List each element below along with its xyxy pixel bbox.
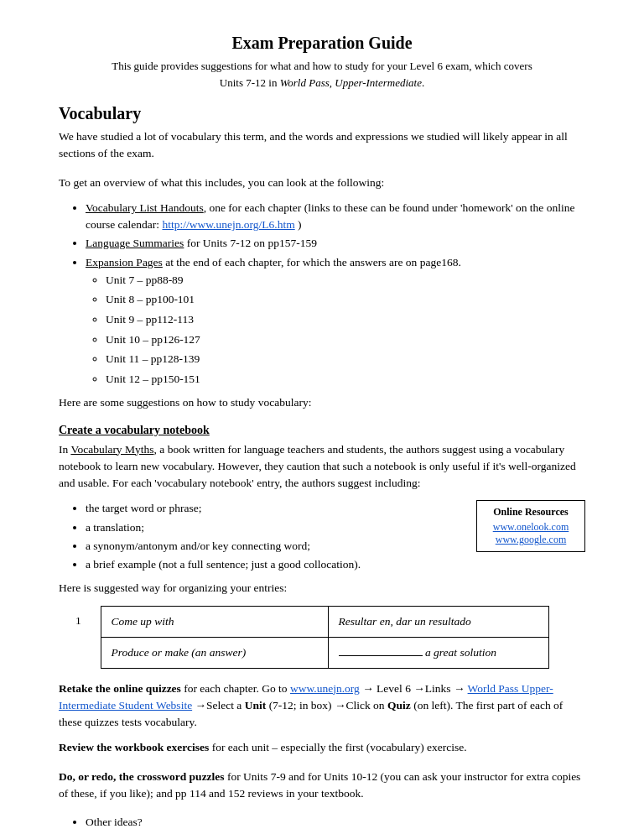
create-notebook-section: Create a vocabulary notebook In Vocabula… bbox=[59, 424, 585, 574]
table-cell-resultar: Resultar en, dar un resultado bbox=[328, 606, 549, 637]
sub-item-5: Unit 11 – pp128-139 bbox=[106, 350, 585, 368]
online-resources-box: Online Resources www.onelook.com www.goo… bbox=[476, 500, 585, 552]
retake-unit-bold: Unit bbox=[245, 699, 267, 712]
google-link[interactable]: www.google.com bbox=[486, 534, 576, 546]
vocab-section-with-box: the target word or phrase; a translation… bbox=[59, 500, 585, 573]
vocab-list-end: ) bbox=[295, 218, 302, 231]
table-cell-come-up-with: Come up with bbox=[101, 606, 328, 637]
sub-item-1: Unit 7 – pp88-89 bbox=[106, 271, 585, 289]
create-notebook-heading: Create a vocabulary notebook bbox=[59, 424, 585, 437]
table-cell-solution: a great solution bbox=[328, 637, 549, 668]
crossword-section: Do, or redo, the crossword puzzles for U… bbox=[59, 769, 585, 803]
table-cell-produce: Produce or make (an answer) bbox=[101, 637, 328, 668]
onelook-link[interactable]: www.onelook.com bbox=[486, 521, 576, 534]
vocab-table: 1 Come up with Resultar en, dar un resul… bbox=[75, 606, 549, 669]
review-rest: for each unit – especially the first (vo… bbox=[212, 741, 467, 753]
vocab-list-underline: Vocabulary List Handouts bbox=[86, 201, 204, 214]
table-row-header: 1 Come up with Resultar en, dar un resul… bbox=[75, 606, 549, 637]
expansion-pages-underline: Expansion Pages bbox=[86, 256, 163, 268]
vocab-link[interactable]: http://www.unejn.org/L6.htm bbox=[162, 218, 294, 231]
other-ideas-list: Other ideas? bbox=[86, 814, 585, 831]
vocab-myths-underline: Vocabulary Myths bbox=[70, 443, 153, 456]
expansion-sub-list: Unit 7 – pp88-89 Unit 8 – pp100-101 Unit… bbox=[106, 271, 585, 388]
retake-text1: for each chapter. Go to bbox=[184, 682, 290, 695]
expansion-pages-rest: at the end of each chapter, for which th… bbox=[163, 256, 461, 268]
list-item-expansion: Expansion Pages at the end of each chapt… bbox=[86, 254, 585, 388]
review-workbook: Review the workbook exercises for each u… bbox=[59, 739, 585, 756]
other-ideas-item: Other ideas? bbox=[86, 814, 585, 831]
retake-quiz-bold: Quiz bbox=[387, 699, 411, 712]
vocab-table-container: 1 Come up with Resultar en, dar un resul… bbox=[59, 606, 585, 669]
table-cell-row-number: 1 bbox=[75, 606, 101, 637]
review-bold: Review the workbook exercises bbox=[59, 741, 209, 753]
main-list: Vocabulary List Handouts, one for each c… bbox=[86, 200, 585, 388]
vocabulary-heading: Vocabulary bbox=[59, 104, 585, 123]
blank-line bbox=[339, 655, 423, 656]
subtitle-line1: This guide provides suggestions for what… bbox=[112, 60, 532, 72]
language-summaries-rest: for Units 7-12 on pp157-159 bbox=[184, 237, 317, 249]
sub-item-3: Unit 9 – pp112-113 bbox=[106, 310, 585, 329]
subtitle: This guide provides suggestions for what… bbox=[59, 58, 585, 91]
page-title: Exam Preparation Guide bbox=[59, 34, 585, 53]
sub-item-2: Unit 8 – pp100-101 bbox=[106, 290, 585, 309]
language-summaries-underline: Language Summaries bbox=[86, 237, 184, 249]
retake-section: Retake the online quizzes for each chapt… bbox=[59, 680, 585, 732]
table-cell-empty bbox=[75, 637, 101, 668]
overview-intro: To get an overview of what this includes… bbox=[59, 175, 585, 191]
retake-text3: →Select a bbox=[195, 699, 245, 712]
retake-bold: Retake the online quizzes bbox=[59, 682, 181, 695]
online-resources-title: Online Resources bbox=[486, 506, 576, 519]
retake-text2: → Level 6 →Links → bbox=[362, 682, 465, 695]
bullet-example: a brief example (not a full sentence; ju… bbox=[86, 556, 585, 573]
crossword-bold: Do, or redo, the crossword puzzles bbox=[59, 770, 225, 783]
subtitle-italic: World Pass, Upper-Intermediate bbox=[280, 76, 422, 89]
subtitle-line2: Units 7-12 in bbox=[220, 76, 280, 89]
table-row-produce: Produce or make (an answer) a great solu… bbox=[75, 637, 549, 668]
create-notebook-intro: In Vocabulary Myths, a book written for … bbox=[59, 441, 585, 493]
organizing-text: Here is suggested way for organizing you… bbox=[59, 580, 585, 597]
suggestions-intro: Here are some suggestions on how to stud… bbox=[59, 394, 585, 411]
subtitle-end: . bbox=[422, 76, 424, 89]
cn-intro-text: In bbox=[59, 443, 70, 456]
vocab-intro: We have studied a lot of vocabulary this… bbox=[59, 128, 585, 163]
list-item-language: Language Summaries for Units 7-12 on pp1… bbox=[86, 235, 585, 252]
sub-item-4: Unit 10 – pp126-127 bbox=[106, 331, 585, 349]
unejn-link[interactable]: www.unejn.org bbox=[290, 682, 360, 695]
sub-item-6: Unit 12 – pp150-151 bbox=[106, 370, 585, 388]
list-item-vocab: Vocabulary List Handouts, one for each c… bbox=[86, 200, 585, 234]
retake-text4: (7-12; in box) →Click on bbox=[269, 699, 387, 712]
